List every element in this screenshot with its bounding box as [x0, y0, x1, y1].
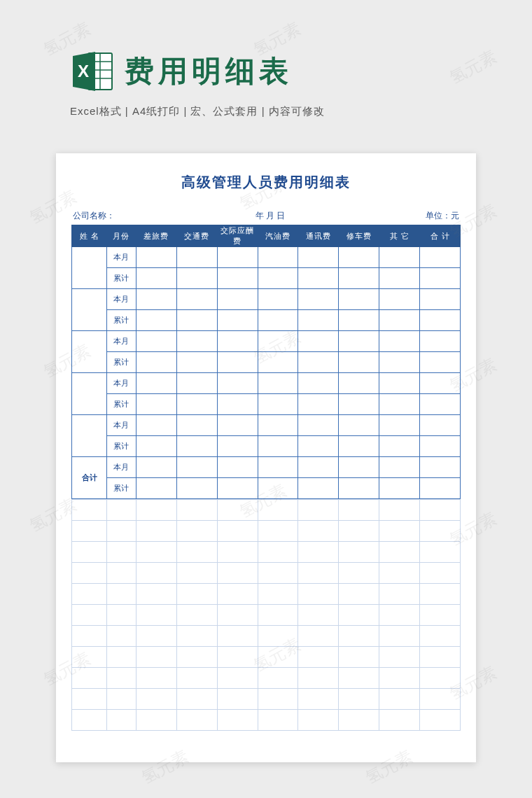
- table-cell: [379, 542, 420, 563]
- table-cell: [136, 668, 176, 689]
- table-cell: [217, 521, 258, 542]
- table-cell: [176, 457, 217, 478]
- table-cell: [217, 668, 258, 689]
- table-cell: [339, 436, 379, 457]
- table-cell: [176, 289, 217, 310]
- table-cell: [339, 373, 379, 394]
- excel-icon: X: [70, 49, 115, 94]
- table-row: 本月: [72, 289, 461, 310]
- table-cell: [176, 500, 217, 521]
- name-cell: [72, 247, 107, 289]
- table-cell: [176, 352, 217, 373]
- table-cell: [298, 584, 339, 605]
- table-cell: [217, 457, 258, 478]
- col-header: 其 它: [379, 225, 420, 247]
- table-row: 本月: [72, 415, 461, 436]
- table-cell: [217, 394, 258, 415]
- table-cell: [420, 584, 461, 605]
- table-cell: [136, 310, 176, 331]
- col-header: 修车费: [339, 225, 379, 247]
- table-cell: [107, 584, 136, 605]
- table-row: [72, 668, 461, 689]
- table-cell: [136, 584, 176, 605]
- table-cell: [217, 626, 258, 647]
- table-row: [72, 605, 461, 626]
- extra-grid: [71, 499, 461, 731]
- table-cell: [379, 436, 420, 457]
- table-cell: [136, 394, 176, 415]
- table-cell: [258, 268, 298, 289]
- table-cell: [339, 500, 379, 521]
- table-row: [72, 584, 461, 605]
- table-cell: [107, 647, 136, 668]
- table-cell: [176, 563, 217, 584]
- month-label: 累计: [107, 436, 136, 457]
- table-cell: [258, 521, 298, 542]
- table-cell: [258, 373, 298, 394]
- table-cell: [379, 605, 420, 626]
- col-header: 交通费: [176, 225, 217, 247]
- table-cell: [298, 289, 339, 310]
- table-cell: [379, 268, 420, 289]
- table-cell: [379, 647, 420, 668]
- table-cell: [258, 310, 298, 331]
- table-cell: [298, 352, 339, 373]
- table-cell: [339, 710, 379, 731]
- table-cell: [72, 605, 107, 626]
- month-label: 本月: [107, 247, 136, 268]
- meta-company: 公司名称：: [73, 210, 115, 222]
- expense-table: 姓 名 月份 差旅费 交通费 交际应酬费 汽油费 通讯费 修车费 其 它 合 计…: [71, 225, 461, 499]
- table-cell: [72, 626, 107, 647]
- table-cell: [339, 331, 379, 352]
- table-row: 累计: [72, 478, 461, 499]
- table-cell: [379, 247, 420, 268]
- table-cell: [298, 605, 339, 626]
- table-row: 本月: [72, 247, 461, 268]
- table-cell: [217, 710, 258, 731]
- table-row: [72, 542, 461, 563]
- table-cell: [298, 247, 339, 268]
- table-cell: [136, 289, 176, 310]
- table-cell: [107, 563, 136, 584]
- table-cell: [339, 563, 379, 584]
- col-header: 交际应酬费: [217, 225, 258, 247]
- table-cell: [379, 289, 420, 310]
- table-cell: [136, 500, 176, 521]
- table-cell: [107, 605, 136, 626]
- table-cell: [136, 373, 176, 394]
- month-label: 本月: [107, 331, 136, 352]
- month-label: 本月: [107, 457, 136, 478]
- table-cell: [258, 436, 298, 457]
- table-cell: [258, 668, 298, 689]
- meta-row: 公司名称： 年 月 日 单位：元: [73, 210, 459, 222]
- table-cell: [136, 626, 176, 647]
- table-cell: [339, 626, 379, 647]
- table-cell: [72, 689, 107, 710]
- table-cell: [339, 647, 379, 668]
- page-subtitle: Excel格式 | A4纸打印 | 宏、公式套用 | 内容可修改: [0, 105, 532, 118]
- document-title: 高级管理人员费用明细表: [71, 173, 461, 192]
- table-cell: [176, 542, 217, 563]
- table-cell: [176, 710, 217, 731]
- col-header: 合 计: [420, 225, 461, 247]
- table-cell: [420, 542, 461, 563]
- table-cell: [217, 247, 258, 268]
- table-cell: [298, 436, 339, 457]
- page-title: 费用明细表: [125, 52, 293, 91]
- table-cell: [339, 605, 379, 626]
- table-cell: [339, 584, 379, 605]
- table-cell: [420, 436, 461, 457]
- table-cell: [420, 331, 461, 352]
- table-cell: [136, 268, 176, 289]
- table-cell: [107, 626, 136, 647]
- table-cell: [379, 478, 420, 499]
- table-row: 本月: [72, 373, 461, 394]
- table-cell: [136, 542, 176, 563]
- table-row: [72, 521, 461, 542]
- table-cell: [217, 331, 258, 352]
- meta-unit: 单位：元: [426, 210, 459, 222]
- table-cell: [420, 310, 461, 331]
- table-row: 合计本月: [72, 457, 461, 478]
- table-cell: [136, 689, 176, 710]
- spreadsheet-preview: 高级管理人员费用明细表 公司名称： 年 月 日 单位：元 姓 名 月份 差旅费 …: [56, 153, 476, 762]
